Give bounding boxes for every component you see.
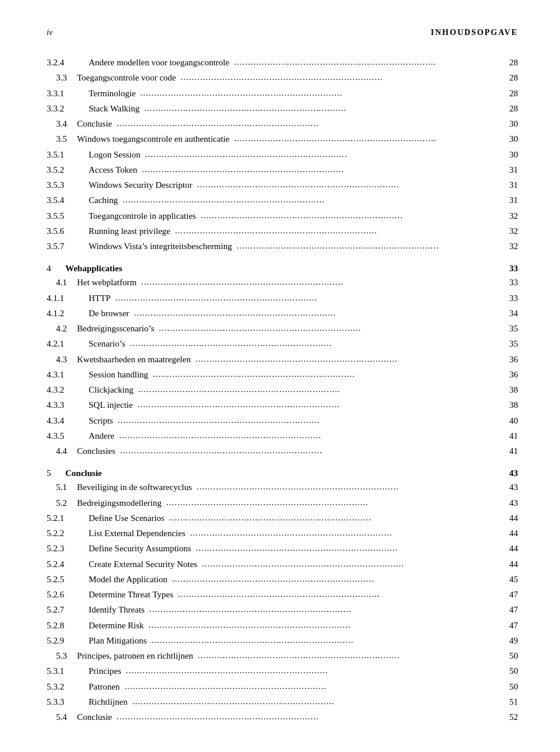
toc-entry-num: 3.5.3: [47, 179, 89, 192]
toc-chapter-page: 33: [502, 264, 518, 274]
toc-entry-label: Running least privilege ................…: [89, 225, 518, 238]
toc-entry-page: 36: [502, 353, 518, 366]
toc-entry-page: 30: [502, 148, 518, 162]
toc-entry-text: Scripts: [89, 414, 113, 428]
toc-dots: ........................................…: [141, 275, 499, 289]
toc-dots: ........................................…: [138, 398, 499, 411]
toc-entry-text: Create External Security Notes: [89, 558, 197, 571]
toc-entry-text: Determine Risk: [89, 619, 144, 632]
toc-entry: 3.4 Conclusie ..........................…: [47, 117, 518, 131]
toc-entry-page: 28: [502, 71, 518, 85]
toc-entry-text: Conclusie: [77, 117, 112, 131]
toc-dots: ........................................…: [116, 291, 500, 305]
toc-dots: ........................................…: [123, 193, 499, 207]
toc-entry-label: Determine Risk .........................…: [89, 619, 518, 632]
toc-entry-page: 30: [502, 132, 518, 146]
toc-entry-label: Patronen ...............................…: [89, 680, 518, 694]
toc-entry-num: 5.2.1: [47, 512, 89, 525]
toc-entry-text: Running least privilege: [89, 225, 170, 238]
toc-entry-num: 3.5.1: [47, 148, 89, 162]
toc-entry: 4.1.1 HTTP .............................…: [47, 292, 518, 305]
toc-entry-text: HTTP: [89, 292, 111, 305]
toc-entry-num: 4.3.1: [47, 368, 89, 382]
toc-dots: ........................................…: [126, 664, 499, 677]
toc-entry-num: 3.3.1: [47, 87, 89, 100]
toc-entry-page: 35: [502, 337, 518, 351]
toc-entry-page: 43: [502, 496, 518, 510]
toc-entry-label: Session handling .......................…: [89, 368, 518, 382]
toc-entry-page: 32: [502, 209, 518, 223]
toc-entry-page: 41: [502, 445, 518, 458]
toc-entry-num: 3.5: [47, 132, 77, 146]
toc-dots: ........................................…: [117, 117, 499, 130]
toc-dots: ........................................…: [195, 352, 499, 366]
toc-entry-num: 4.3.4: [47, 414, 89, 428]
toc-entry-num: 4.1.1: [47, 292, 89, 305]
toc-entry-text: Model the Application: [89, 573, 167, 586]
toc-dots: ........................................…: [117, 710, 499, 723]
toc-entry-num: 5.2.8: [47, 619, 89, 632]
toc-entry-label: Richtlijnen ............................…: [89, 695, 518, 709]
toc-entry: 3.3.1 Terminologie .....................…: [47, 87, 518, 100]
toc-entry-page: 44: [502, 542, 518, 555]
toc-entry-label: Toegangcontrole in applicaties .........…: [89, 209, 518, 223]
toc-entry-label: Windows Vista’s integriteitsbescherming …: [89, 240, 518, 253]
toc-entry: 3.5.2 Access Token .....................…: [47, 163, 518, 177]
toc-entry-text: Andere: [89, 429, 114, 443]
toc-entry: 3.5.7 Windows Vista’s integriteitsbesche…: [47, 240, 518, 253]
toc-entry-num: 4.2.1: [47, 337, 89, 351]
toc-dots: ........................................…: [198, 649, 499, 662]
toc-entry: 3.5.1 Logon Session ....................…: [47, 148, 518, 162]
toc-entry-label: Principes ..............................…: [89, 664, 518, 678]
page-header: iv INHOUDSOPGAVE: [47, 28, 518, 37]
toc-entry: 5.2.4 Create External Security Notes ...…: [47, 558, 518, 571]
toc-entry-page: 50: [502, 664, 518, 678]
toc-entry-text: Principes, patronen en richtlijnen: [77, 649, 193, 663]
toc-entry-text: Principes: [89, 664, 121, 678]
toc-chapter-entry: 5 Conclusie 43: [47, 468, 518, 478]
toc-entry: 5.4 Conclusie ..........................…: [47, 711, 518, 724]
toc-entry-num: 3.3.2: [47, 102, 89, 116]
toc-entry-page: 28: [502, 56, 518, 69]
toc-entry-num: 5.2.4: [47, 558, 89, 571]
toc-entry: 5.2.9 Plan Mitigations .................…: [47, 634, 518, 648]
toc-entry-num: 4.3.5: [47, 429, 89, 443]
toc-dots: ........................................…: [141, 86, 499, 100]
toc-dots: ........................................…: [130, 337, 499, 350]
toc-entry-num: 3.5.6: [47, 225, 89, 238]
toc-dots: ........................................…: [144, 102, 499, 115]
toc-entry: 3.5.4 Caching ..........................…: [47, 194, 518, 207]
toc-entry-label: Andere modellen voor toegangscontrole ..…: [89, 56, 518, 69]
toc-entry-text: Windows Vista’s integriteitsbescherming: [89, 240, 232, 253]
toc-entry-label: Terminologie ...........................…: [89, 87, 518, 100]
toc-entry: 5.3.2 Patronen .........................…: [47, 680, 518, 694]
toc-entry: 4.3.1 Session handling .................…: [47, 368, 518, 382]
toc-entry: 4.3 Kwetsbaarheden en maatregelen ......…: [47, 353, 518, 366]
toc-entry-num: 3.5.2: [47, 163, 89, 177]
toc-entry-label: Conclusies .............................…: [77, 445, 518, 458]
toc-dots: ........................................…: [197, 480, 499, 494]
toc-entry-page: 51: [502, 695, 518, 709]
toc-entry-label: Stack Walking ..........................…: [89, 102, 518, 116]
toc-entry: 3.5.5 Toegangcontrole in applicaties ...…: [47, 209, 518, 223]
toc-dots: ........................................…: [119, 429, 499, 442]
toc-entry-label: Logon Session ..........................…: [89, 148, 518, 162]
toc-entry-text: SQL injectie: [89, 398, 133, 412]
toc-entry-page: 50: [502, 680, 518, 694]
toc-entry-num: 5.2.9: [47, 634, 89, 648]
toc-entry-page: 47: [502, 619, 518, 632]
toc-entry-label: SQL injectie ...........................…: [89, 398, 518, 412]
toc-dots: ........................................…: [149, 618, 499, 632]
toc-entry-text: List External Dependencies: [89, 527, 186, 540]
toc-entry-label: Conclusie ..............................…: [77, 711, 518, 724]
toc-entry-label: De browser .............................…: [89, 307, 518, 320]
toc-dots: ........................................…: [159, 321, 499, 335]
toc-entry-label: Plan Mitigations .......................…: [89, 634, 518, 648]
toc-entry-label: HTTP ...................................…: [89, 292, 518, 305]
toc-entry: 5.3 Principes, patronen en richtlijnen .…: [47, 649, 518, 663]
toc-entry-text: Terminologie: [89, 87, 136, 100]
toc-entry-num: 5.2: [47, 496, 77, 510]
toc-entry-label: Bedreigingsmodellering .................…: [77, 496, 518, 510]
toc-dots: ........................................…: [197, 178, 499, 191]
toc-entry-text: Conclusies: [77, 445, 116, 458]
